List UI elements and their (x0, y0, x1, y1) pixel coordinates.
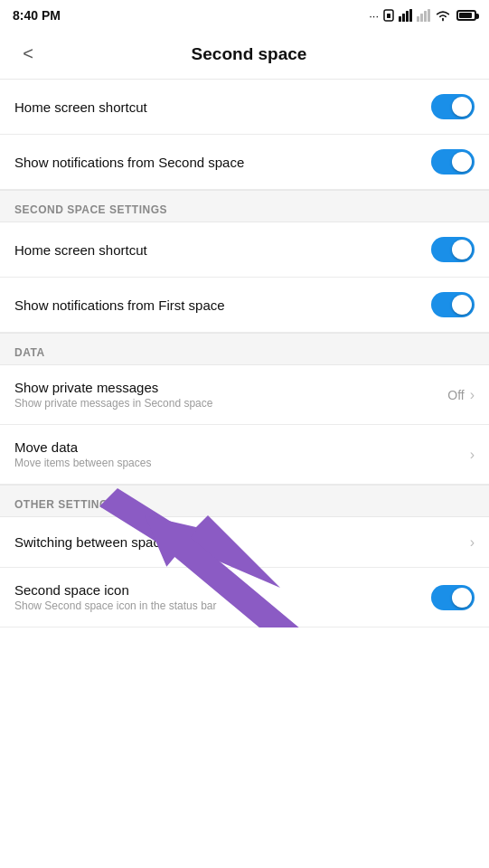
svg-rect-6 (417, 16, 419, 22)
svg-rect-4 (406, 11, 409, 22)
toggle-home-screen-shortcut-1[interactable] (431, 94, 475, 119)
setting-right-home-screen-shortcut-2 (431, 237, 475, 262)
setting-row-show-notifications-second[interactable]: Show notifications from Second space (0, 135, 489, 190)
status-time: 8:40 PM (13, 8, 61, 23)
setting-row-show-notifications-first[interactable]: Show notifications from First space (0, 278, 489, 333)
chevron-icon-switching-between-spaces: › (470, 534, 475, 551)
section-second-space-settings: SECOND SPACE SETTINGSHome screen shortcu… (0, 190, 489, 333)
toggle-second-space-icon[interactable] (431, 585, 475, 610)
setting-label-home-screen-shortcut-2: Home screen shortcut (14, 242, 420, 258)
toggle-knob-home-screen-shortcut-2 (452, 240, 472, 259)
setting-right-switching-between-spaces: › (470, 534, 475, 551)
setting-content-show-notifications-first: Show notifications from First space (14, 297, 431, 313)
setting-content-switching-between-spaces: Switching between spaces (14, 534, 470, 550)
wifi-icon (435, 9, 451, 22)
setting-label-move-data: Move data (14, 439, 459, 455)
svg-rect-9 (428, 9, 430, 22)
page-title: Second space (51, 44, 447, 64)
setting-label-switching-between-spaces: Switching between spaces (14, 534, 459, 550)
section-data: DATAShow private messagesShow private me… (0, 333, 489, 485)
toggle-knob-show-notifications-second (452, 152, 472, 172)
toggle-show-notifications-first[interactable] (431, 292, 475, 317)
status-icons: ··· (369, 9, 476, 23)
toggle-knob-home-screen-shortcut-1 (452, 97, 472, 117)
status-bar: 8:40 PM ··· (0, 0, 489, 29)
chevron-icon-show-private-messages: › (470, 387, 475, 403)
setting-label-show-notifications-first: Show notifications from First space (14, 297, 420, 313)
setting-right-move-data: › (470, 447, 475, 463)
back-button[interactable]: < (14, 43, 42, 64)
setting-label-home-screen-shortcut-1: Home screen shortcut (14, 99, 420, 115)
section-other-settings: OTHER SETTINGSSwitching between spaces›S… (0, 485, 489, 627)
setting-label-show-private-messages: Show private messages (14, 380, 437, 395)
signal2-icon (417, 9, 431, 22)
setting-content-show-private-messages: Show private messagesShow private messag… (14, 380, 447, 410)
toggle-show-notifications-second[interactable] (431, 149, 475, 175)
setting-label-show-notifications-second: Show notifications from Second space (14, 155, 420, 170)
section-header-second-space-settings: SECOND SPACE SETTINGS (0, 190, 489, 222)
setting-content-show-notifications-second: Show notifications from Second space (14, 155, 431, 170)
toggle-knob-show-notifications-first (452, 295, 472, 315)
setting-row-home-screen-shortcut-2[interactable]: Home screen shortcut (0, 222, 489, 278)
setting-content-move-data: Move dataMove items between spaces (14, 439, 470, 469)
setting-content-home-screen-shortcut-2: Home screen shortcut (14, 242, 431, 258)
svg-rect-1 (387, 14, 390, 18)
chevron-icon-move-data: › (470, 447, 475, 463)
setting-right-show-notifications-first (431, 292, 475, 317)
svg-rect-3 (402, 14, 405, 22)
setting-row-second-space-icon[interactable]: Second space iconShow Second space icon … (0, 568, 489, 627)
setting-row-home-screen-shortcut-1[interactable]: Home screen shortcut (0, 80, 489, 135)
svg-rect-7 (420, 14, 423, 22)
battery-icon (456, 10, 476, 21)
setting-content-home-screen-shortcut-1: Home screen shortcut (14, 99, 431, 115)
setting-sublabel-move-data: Move items between spaces (14, 457, 459, 469)
setting-label-second-space-icon: Second space icon (14, 582, 420, 598)
svg-rect-2 (399, 16, 401, 22)
setting-right-show-notifications-second (431, 149, 475, 175)
setting-row-switching-between-spaces[interactable]: Switching between spaces› (0, 517, 489, 568)
setting-right-home-screen-shortcut-1 (431, 94, 475, 119)
toggle-home-screen-shortcut-2[interactable] (431, 237, 475, 262)
network-dots-icon: ··· (369, 9, 379, 23)
svg-rect-5 (409, 9, 412, 22)
svg-rect-8 (424, 11, 427, 22)
setting-right-second-space-icon (431, 585, 475, 610)
toggle-knob-second-space-icon (452, 588, 472, 608)
page-header: < Second space (0, 29, 489, 80)
setting-sublabel-second-space-icon: Show Second space icon in the status bar (14, 599, 420, 612)
signal-icon (399, 9, 413, 22)
setting-right-show-private-messages: Off› (447, 387, 475, 403)
setting-value-show-private-messages: Off (447, 388, 464, 402)
setting-sublabel-show-private-messages: Show private messages in Second space (14, 397, 437, 410)
setting-row-show-private-messages[interactable]: Show private messagesShow private messag… (0, 365, 489, 425)
setting-row-move-data[interactable]: Move dataMove items between spaces› (0, 425, 489, 485)
section-header-other-settings: OTHER SETTINGS (0, 485, 489, 517)
sim-icon (382, 9, 395, 22)
section-first-space: Home screen shortcutShow notifications f… (0, 80, 489, 190)
section-header-data: DATA (0, 333, 489, 365)
setting-content-second-space-icon: Second space iconShow Second space icon … (14, 582, 431, 612)
